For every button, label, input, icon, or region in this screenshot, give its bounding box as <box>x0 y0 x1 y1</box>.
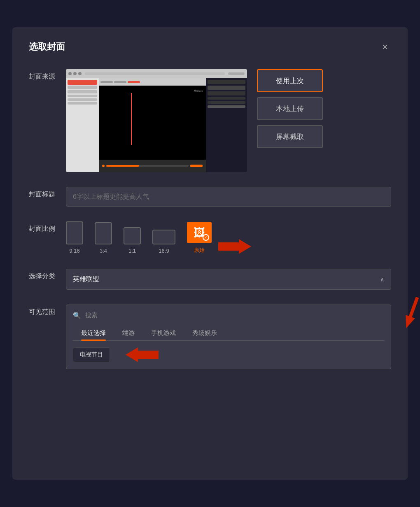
visibility-panel: 🔍 搜索 最近选择 端游 手机游戏 秀场娱乐 电视节目 <box>66 305 391 369</box>
cover-ratio-row: 封面比例 9:16 3:4 1: <box>29 221 391 254</box>
use-last-button[interactable]: 使用上次 <box>257 69 323 92</box>
cover-title-content <box>66 187 391 207</box>
chevron-up-icon: ∧ <box>380 276 384 283</box>
source-buttons: 使用上次 本地上传 屏幕截取 <box>257 69 323 148</box>
category-select[interactable]: 英雄联盟 ∧ <box>66 269 391 290</box>
dialog-header: 选取封面 × <box>29 40 391 54</box>
visibility-row: 可见范围 🔍 搜索 最近选择 端游 手机游戏 秀场娱乐 电视节目 <box>29 305 391 369</box>
category-tag-tv[interactable]: 电视节目 <box>73 347 110 362</box>
cover-title-input[interactable] <box>66 187 391 207</box>
ratio-169-box <box>152 230 175 244</box>
arrow-left-icon <box>117 347 159 362</box>
ratio-169-label: 16:9 <box>159 248 169 254</box>
ratio-11-box <box>124 227 141 244</box>
ratio-916-box <box>66 221 83 244</box>
ratio-3-4[interactable]: 3:4 <box>95 222 112 254</box>
cover-source-row: 封面来源 <box>29 69 391 172</box>
ratio-original[interactable]: 🖼 ✓ 原始 <box>187 222 212 254</box>
tab-recent[interactable]: 最近选择 <box>73 326 114 340</box>
category-label: 选择分类 <box>29 269 66 281</box>
screen-capture-button[interactable]: 屏幕截取 <box>257 125 323 148</box>
category-selected-value: 英雄联盟 <box>73 275 99 284</box>
category-content: 英雄联盟 ∧ <box>66 269 391 290</box>
tab-mobile[interactable]: 手机游戏 <box>143 326 184 340</box>
cover-title-label: 封面标题 <box>29 187 66 199</box>
search-placeholder: 搜索 <box>85 312 98 319</box>
ratio-11-label: 1:1 <box>128 248 136 254</box>
arrow-right-icon <box>218 239 251 254</box>
search-icon: 🔍 <box>73 312 81 319</box>
svg-marker-1 <box>126 347 159 362</box>
cover-source-label: 封面来源 <box>29 69 66 81</box>
cover-source-content: AlbEIt <box>66 69 391 172</box>
tab-esports[interactable]: 端游 <box>114 326 143 340</box>
dot1 <box>68 72 72 75</box>
dot3 <box>78 72 82 75</box>
visibility-tabs: 最近选择 端游 手机游戏 秀场娱乐 <box>73 326 384 341</box>
ratio-916-label: 9:16 <box>69 248 79 254</box>
dialog: 选取封面 × 封面来源 <box>12 27 408 480</box>
local-upload-button[interactable]: 本地上传 <box>257 97 323 120</box>
category-row: 选择分类 英雄联盟 ∧ <box>29 269 391 290</box>
ratio-9-16[interactable]: 9:16 <box>66 221 83 254</box>
cover-thumbnail: AlbEIt <box>66 69 247 172</box>
close-button[interactable]: × <box>379 40 391 54</box>
svg-marker-0 <box>218 239 251 254</box>
search-bar: 🔍 搜索 <box>73 312 384 319</box>
visibility-content-wrapper: 🔍 搜索 最近选择 端游 手机游戏 秀场娱乐 电视节目 <box>66 305 391 369</box>
categories-grid: 电视节目 <box>73 347 384 362</box>
arrow-down-into-visibility-icon <box>391 292 420 334</box>
ratio-34-label: 3:4 <box>100 248 107 254</box>
cover-ratio-label: 封面比例 <box>29 221 66 233</box>
dialog-title: 选取封面 <box>29 41 65 53</box>
ratio-options: 9:16 3:4 1:1 16:9 <box>66 221 212 254</box>
dot2 <box>73 72 77 75</box>
ratio-1-1[interactable]: 1:1 <box>124 227 141 254</box>
ratio-original-box: 🖼 ✓ <box>187 222 212 243</box>
ratio-original-label: 原始 <box>194 247 205 254</box>
ratio-check: ✓ <box>203 234 209 241</box>
svg-marker-2 <box>401 295 420 330</box>
visibility-label: 可见范围 <box>29 305 66 316</box>
cover-ratio-content: 9:16 3:4 1:1 16:9 <box>66 221 391 254</box>
tab-show[interactable]: 秀场娱乐 <box>184 326 225 340</box>
ratio-16-9[interactable]: 16:9 <box>152 230 175 254</box>
cover-title-row: 封面标题 <box>29 187 391 207</box>
ratio-34-box <box>95 222 112 244</box>
